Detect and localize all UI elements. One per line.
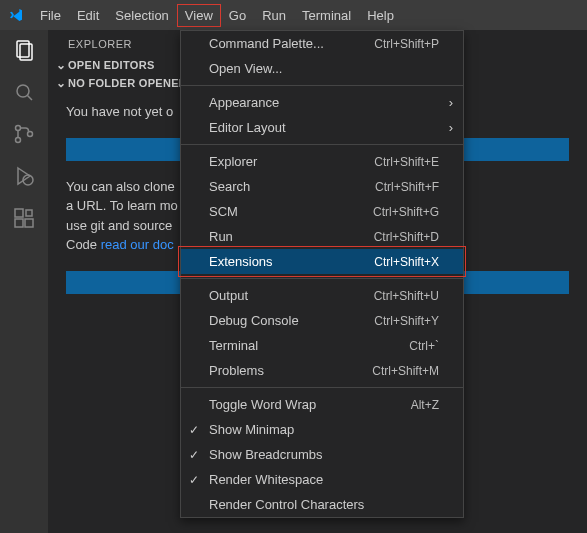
source-control-icon[interactable] [12, 122, 36, 146]
menu-item-label: Open View... [209, 61, 282, 76]
menu-go[interactable]: Go [221, 4, 254, 27]
titlebar: FileEditSelectionViewGoRunTerminalHelp [0, 0, 587, 30]
menu-item-terminal[interactable]: TerminalCtrl+` [181, 333, 463, 358]
menu-terminal[interactable]: Terminal [294, 4, 359, 27]
menu-item-label: Toggle Word Wrap [209, 397, 316, 412]
chevron-down-icon: ⌄ [54, 76, 68, 90]
check-icon: ✓ [189, 423, 199, 437]
menu-item-label: Render Control Characters [209, 497, 364, 512]
menu-item-label: Explorer [209, 154, 257, 169]
menu-item-shortcut: Ctrl+Shift+M [372, 364, 439, 378]
menu-item-label: Show Breadcrumbs [209, 447, 322, 462]
menu-separator [181, 278, 463, 279]
menu-item-label: Search [209, 179, 250, 194]
menu-item-label: SCM [209, 204, 238, 219]
svg-rect-11 [25, 219, 33, 227]
svg-point-2 [17, 85, 29, 97]
menu-separator [181, 85, 463, 86]
menu-item-output[interactable]: OutputCtrl+Shift+U [181, 283, 463, 308]
check-icon: ✓ [189, 473, 199, 487]
menu-separator [181, 144, 463, 145]
menu-item-label: Problems [209, 363, 264, 378]
menu-item-label: Terminal [209, 338, 258, 353]
svg-rect-10 [15, 219, 23, 227]
menu-item-scm[interactable]: SCMCtrl+Shift+G [181, 199, 463, 224]
menu-separator [181, 387, 463, 388]
menu-item-show-minimap[interactable]: ✓Show Minimap [181, 417, 463, 442]
menu-item-editor-layout[interactable]: Editor Layout› [181, 115, 463, 140]
menu-item-label: Editor Layout [209, 120, 286, 135]
menu-item-open-view[interactable]: Open View... [181, 56, 463, 81]
menu-item-label: Command Palette... [209, 36, 324, 51]
menu-item-appearance[interactable]: Appearance› [181, 90, 463, 115]
menu-help[interactable]: Help [359, 4, 402, 27]
menu-item-extensions[interactable]: ExtensionsCtrl+Shift+X [181, 249, 463, 274]
menu-item-run[interactable]: RunCtrl+Shift+D [181, 224, 463, 249]
menu-item-shortcut: Ctrl+Shift+F [375, 180, 439, 194]
menu-item-shortcut: Ctrl+` [409, 339, 439, 353]
menu-item-label: Debug Console [209, 313, 299, 328]
menu-item-label: Run [209, 229, 233, 244]
menu-item-render-whitespace[interactable]: ✓Render Whitespace [181, 467, 463, 492]
view-menu-dropdown: Command Palette...Ctrl+Shift+POpen View.… [180, 30, 464, 518]
activitybar [0, 30, 48, 533]
menu-item-search[interactable]: SearchCtrl+Shift+F [181, 174, 463, 199]
menu-item-render-control-characters[interactable]: Render Control Characters [181, 492, 463, 517]
menu-item-problems[interactable]: ProblemsCtrl+Shift+M [181, 358, 463, 383]
menu-item-show-breadcrumbs[interactable]: ✓Show Breadcrumbs [181, 442, 463, 467]
no-folder-label: NO FOLDER OPENED [68, 77, 187, 89]
menu-item-label: Render Whitespace [209, 472, 323, 487]
menu-item-shortcut: Ctrl+Shift+G [373, 205, 439, 219]
menu-selection[interactable]: Selection [107, 4, 176, 27]
menu-view[interactable]: View [177, 4, 221, 27]
menu-item-shortcut: Ctrl+Shift+E [374, 155, 439, 169]
open-editors-label: OPEN EDITORS [68, 59, 155, 71]
svg-point-4 [16, 126, 21, 131]
menu-item-label: Output [209, 288, 248, 303]
menu-item-shortcut: Ctrl+Shift+P [374, 37, 439, 51]
menu-item-shortcut: Ctrl+Shift+X [374, 255, 439, 269]
menu-item-label: Show Minimap [209, 422, 294, 437]
svg-point-6 [28, 132, 33, 137]
svg-line-3 [28, 96, 33, 101]
menu-item-toggle-word-wrap[interactable]: Toggle Word WrapAlt+Z [181, 392, 463, 417]
explorer-icon[interactable] [12, 38, 36, 62]
svg-point-5 [16, 138, 21, 143]
menu-file[interactable]: File [32, 4, 69, 27]
search-icon[interactable] [12, 80, 36, 104]
menu-item-debug-console[interactable]: Debug ConsoleCtrl+Shift+Y [181, 308, 463, 333]
menu-item-label: Appearance [209, 95, 279, 110]
menu-item-command-palette[interactable]: Command Palette...Ctrl+Shift+P [181, 31, 463, 56]
menu-edit[interactable]: Edit [69, 4, 107, 27]
extensions-icon[interactable] [12, 206, 36, 230]
vscode-logo-icon [8, 7, 24, 23]
menu-item-shortcut: Ctrl+Shift+U [374, 289, 439, 303]
svg-rect-12 [26, 210, 32, 216]
run-debug-icon[interactable] [12, 164, 36, 188]
check-icon: ✓ [189, 448, 199, 462]
menu-item-shortcut: Ctrl+Shift+D [374, 230, 439, 244]
chevron-right-icon: › [449, 120, 453, 135]
chevron-down-icon: ⌄ [54, 58, 68, 72]
svg-rect-9 [15, 209, 23, 217]
menu-item-shortcut: Alt+Z [411, 398, 439, 412]
menu-item-shortcut: Ctrl+Shift+Y [374, 314, 439, 328]
chevron-right-icon: › [449, 95, 453, 110]
menu-item-explorer[interactable]: ExplorerCtrl+Shift+E [181, 149, 463, 174]
menu-run[interactable]: Run [254, 4, 294, 27]
menubar: FileEditSelectionViewGoRunTerminalHelp [32, 4, 402, 27]
menu-item-label: Extensions [209, 254, 273, 269]
docs-link[interactable]: read our doc [101, 237, 174, 252]
